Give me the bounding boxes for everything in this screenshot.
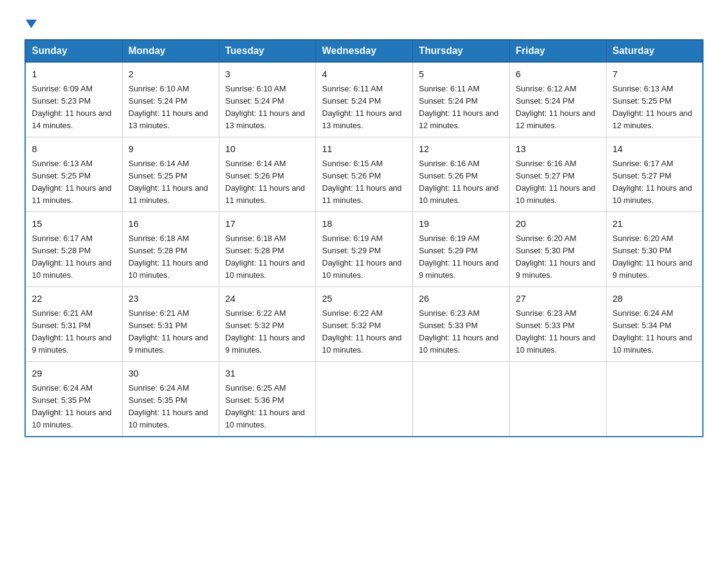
day-info: Sunrise: 6:23 AMSunset: 5:33 PMDaylight:… xyxy=(516,308,596,354)
table-row: 13Sunrise: 6:16 AMSunset: 5:27 PMDayligh… xyxy=(509,137,606,212)
header-saturday: Saturday xyxy=(606,40,703,62)
day-info: Sunrise: 6:16 AMSunset: 5:26 PMDaylight:… xyxy=(419,159,499,205)
day-info: Sunrise: 6:10 AMSunset: 5:24 PMDaylight:… xyxy=(129,84,208,130)
day-number: 13 xyxy=(516,142,600,156)
logo-text xyxy=(25,18,37,27)
header-thursday: Thursday xyxy=(412,40,509,62)
day-number: 5 xyxy=(419,67,503,82)
table-row: 22Sunrise: 6:21 AMSunset: 5:31 PMDayligh… xyxy=(25,287,122,362)
calendar-week-row: 15Sunrise: 6:17 AMSunset: 5:28 PMDayligh… xyxy=(25,212,703,287)
day-number: 24 xyxy=(226,292,309,306)
table-row: 11Sunrise: 6:15 AMSunset: 5:26 PMDayligh… xyxy=(316,137,412,212)
table-row xyxy=(412,362,509,437)
page-header xyxy=(25,18,703,27)
day-info: Sunrise: 6:21 AMSunset: 5:31 PMDaylight:… xyxy=(32,308,112,354)
day-info: Sunrise: 6:17 AMSunset: 5:27 PMDaylight:… xyxy=(613,159,692,205)
day-number: 20 xyxy=(516,217,600,231)
day-info: Sunrise: 6:21 AMSunset: 5:31 PMDaylight:… xyxy=(129,308,208,354)
day-number: 10 xyxy=(226,142,309,156)
day-info: Sunrise: 6:19 AMSunset: 5:29 PMDaylight:… xyxy=(419,234,499,280)
day-number: 11 xyxy=(322,142,406,156)
calendar-week-row: 8Sunrise: 6:13 AMSunset: 5:25 PMDaylight… xyxy=(25,137,703,212)
table-row: 20Sunrise: 6:20 AMSunset: 5:30 PMDayligh… xyxy=(509,212,606,287)
table-row: 28Sunrise: 6:24 AMSunset: 5:34 PMDayligh… xyxy=(606,287,703,362)
day-info: Sunrise: 6:25 AMSunset: 5:36 PMDaylight:… xyxy=(226,383,305,429)
table-row: 25Sunrise: 6:22 AMSunset: 5:32 PMDayligh… xyxy=(316,287,412,362)
day-info: Sunrise: 6:14 AMSunset: 5:25 PMDaylight:… xyxy=(129,159,208,205)
table-row: 16Sunrise: 6:18 AMSunset: 5:28 PMDayligh… xyxy=(122,212,219,287)
day-info: Sunrise: 6:11 AMSunset: 5:24 PMDaylight:… xyxy=(322,84,402,130)
day-number: 3 xyxy=(226,67,309,82)
logo xyxy=(25,18,37,27)
calendar-header-row: Sunday Monday Tuesday Wednesday Thursday… xyxy=(25,40,703,62)
day-info: Sunrise: 6:09 AMSunset: 5:23 PMDaylight:… xyxy=(32,84,112,130)
day-info: Sunrise: 6:24 AMSunset: 5:34 PMDaylight:… xyxy=(613,308,692,354)
day-info: Sunrise: 6:14 AMSunset: 5:26 PMDaylight:… xyxy=(226,159,305,205)
day-number: 9 xyxy=(129,142,213,156)
table-row: 30Sunrise: 6:24 AMSunset: 5:35 PMDayligh… xyxy=(122,362,219,437)
day-number: 28 xyxy=(613,292,697,306)
day-number: 14 xyxy=(613,142,697,156)
day-info: Sunrise: 6:10 AMSunset: 5:24 PMDaylight:… xyxy=(226,84,305,130)
day-number: 19 xyxy=(419,217,503,231)
day-info: Sunrise: 6:13 AMSunset: 5:25 PMDaylight:… xyxy=(32,159,112,205)
table-row xyxy=(316,362,412,437)
day-info: Sunrise: 6:22 AMSunset: 5:32 PMDaylight:… xyxy=(226,308,305,354)
day-number: 12 xyxy=(419,142,503,156)
day-number: 8 xyxy=(32,142,116,156)
table-row: 12Sunrise: 6:16 AMSunset: 5:26 PMDayligh… xyxy=(412,137,509,212)
day-info: Sunrise: 6:23 AMSunset: 5:33 PMDaylight:… xyxy=(419,308,499,354)
table-row: 1Sunrise: 6:09 AMSunset: 5:23 PMDaylight… xyxy=(25,62,122,137)
table-row: 23Sunrise: 6:21 AMSunset: 5:31 PMDayligh… xyxy=(122,287,219,362)
day-info: Sunrise: 6:11 AMSunset: 5:24 PMDaylight:… xyxy=(419,84,499,130)
table-row: 3Sunrise: 6:10 AMSunset: 5:24 PMDaylight… xyxy=(219,62,316,137)
day-number: 18 xyxy=(322,217,406,231)
day-number: 16 xyxy=(129,217,213,231)
day-info: Sunrise: 6:24 AMSunset: 5:35 PMDaylight:… xyxy=(129,383,208,429)
day-number: 30 xyxy=(129,367,213,381)
day-number: 22 xyxy=(32,292,116,306)
day-number: 27 xyxy=(516,292,600,306)
header-tuesday: Tuesday xyxy=(219,40,316,62)
table-row: 6Sunrise: 6:12 AMSunset: 5:24 PMDaylight… xyxy=(509,62,606,137)
table-row: 7Sunrise: 6:13 AMSunset: 5:25 PMDaylight… xyxy=(606,62,703,137)
day-number: 15 xyxy=(32,217,116,231)
table-row: 31Sunrise: 6:25 AMSunset: 5:36 PMDayligh… xyxy=(219,362,316,437)
day-info: Sunrise: 6:13 AMSunset: 5:25 PMDaylight:… xyxy=(613,84,692,130)
table-row: 2Sunrise: 6:10 AMSunset: 5:24 PMDaylight… xyxy=(122,62,219,137)
table-row: 24Sunrise: 6:22 AMSunset: 5:32 PMDayligh… xyxy=(219,287,316,362)
day-info: Sunrise: 6:24 AMSunset: 5:35 PMDaylight:… xyxy=(32,383,112,429)
header-monday: Monday xyxy=(122,40,219,62)
day-info: Sunrise: 6:15 AMSunset: 5:26 PMDaylight:… xyxy=(322,159,402,205)
table-row: 18Sunrise: 6:19 AMSunset: 5:29 PMDayligh… xyxy=(316,212,412,287)
day-number: 7 xyxy=(613,67,697,82)
logo-triangle-icon xyxy=(26,20,37,28)
table-row: 14Sunrise: 6:17 AMSunset: 5:27 PMDayligh… xyxy=(606,137,703,212)
day-number: 6 xyxy=(516,67,600,82)
day-number: 17 xyxy=(226,217,309,231)
day-number: 31 xyxy=(226,367,309,381)
day-info: Sunrise: 6:22 AMSunset: 5:32 PMDaylight:… xyxy=(322,308,402,354)
header-sunday: Sunday xyxy=(25,40,122,62)
table-row: 19Sunrise: 6:19 AMSunset: 5:29 PMDayligh… xyxy=(412,212,509,287)
logo-line2 xyxy=(25,18,37,27)
table-row: 5Sunrise: 6:11 AMSunset: 5:24 PMDaylight… xyxy=(412,62,509,137)
day-info: Sunrise: 6:12 AMSunset: 5:24 PMDaylight:… xyxy=(516,84,596,130)
day-number: 25 xyxy=(322,292,406,306)
day-number: 1 xyxy=(32,67,116,82)
day-info: Sunrise: 6:18 AMSunset: 5:28 PMDaylight:… xyxy=(129,234,208,280)
table-row: 29Sunrise: 6:24 AMSunset: 5:35 PMDayligh… xyxy=(25,362,122,437)
calendar-week-row: 22Sunrise: 6:21 AMSunset: 5:31 PMDayligh… xyxy=(25,287,703,362)
calendar-table: Sunday Monday Tuesday Wednesday Thursday… xyxy=(25,39,703,437)
table-row: 9Sunrise: 6:14 AMSunset: 5:25 PMDaylight… xyxy=(122,137,219,212)
table-row: 8Sunrise: 6:13 AMSunset: 5:25 PMDaylight… xyxy=(25,137,122,212)
table-row: 4Sunrise: 6:11 AMSunset: 5:24 PMDaylight… xyxy=(316,62,412,137)
day-info: Sunrise: 6:17 AMSunset: 5:28 PMDaylight:… xyxy=(32,234,112,280)
day-number: 29 xyxy=(32,367,116,381)
table-row xyxy=(606,362,703,437)
table-row: 21Sunrise: 6:20 AMSunset: 5:30 PMDayligh… xyxy=(606,212,703,287)
day-number: 21 xyxy=(613,217,697,231)
day-info: Sunrise: 6:16 AMSunset: 5:27 PMDaylight:… xyxy=(516,159,596,205)
day-info: Sunrise: 6:18 AMSunset: 5:28 PMDaylight:… xyxy=(226,234,305,280)
day-info: Sunrise: 6:19 AMSunset: 5:29 PMDaylight:… xyxy=(322,234,402,280)
